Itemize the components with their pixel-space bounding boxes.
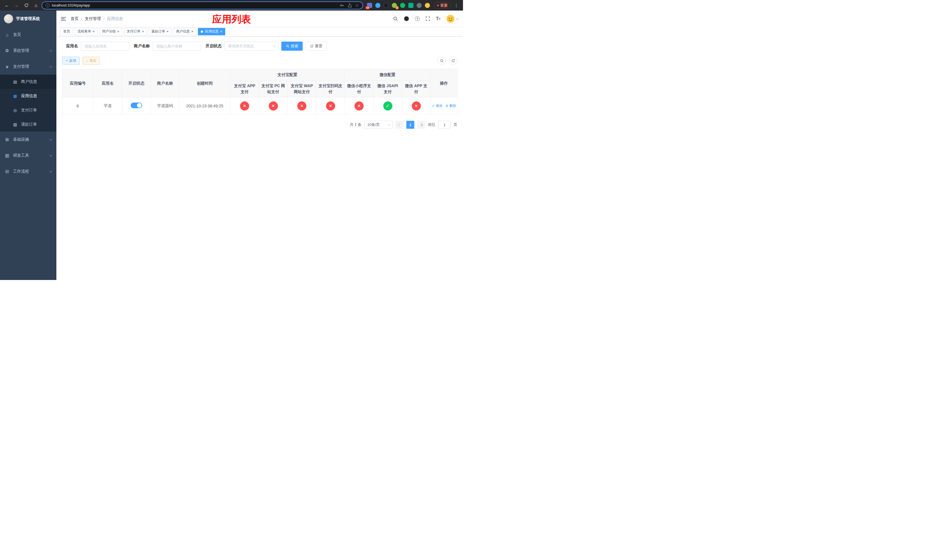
font-small-glyph: T — [439, 18, 440, 21]
browser-menu-button[interactable]: ⋮ — [452, 3, 460, 8]
update-dot-icon — [437, 5, 439, 6]
app-name-input[interactable] — [81, 42, 129, 51]
home-button[interactable]: ⌂ — [32, 2, 40, 9]
tab-label: 退款订单 — [151, 29, 165, 34]
close-icon[interactable]: × — [92, 30, 95, 33]
tab-process-form[interactable]: 流程表单× — [75, 28, 98, 35]
sidebar-item-refund-orders[interactable]: ▧ 退款订单 — [0, 117, 56, 132]
extension-icon-4[interactable]: 1 — [392, 3, 397, 8]
sidebar-item-payment[interactable]: ¥ 支付管理 — [0, 59, 56, 75]
extension-icon-5[interactable] — [400, 3, 405, 8]
bookmark-star-icon[interactable]: ☆ — [356, 3, 359, 8]
extension-icon-8[interactable] — [425, 3, 430, 8]
next-page-button[interactable] — [417, 121, 425, 129]
fullscreen-icon[interactable] — [425, 16, 430, 21]
tab-refund-orders[interactable]: 退款订单× — [149, 28, 172, 35]
close-icon[interactable]: × — [117, 30, 120, 33]
back-button[interactable]: ← — [3, 2, 11, 9]
add-button-label: 新增 — [69, 58, 76, 63]
page-size-select[interactable]: 10条/页 — [364, 121, 393, 129]
status-select[interactable]: 请选择开启状态 — [224, 42, 278, 51]
sidebar-toggle-button[interactable] — [61, 17, 66, 21]
prev-page-button[interactable] — [395, 121, 404, 129]
gear-icon: ⚙ — [5, 48, 10, 53]
table-toolbar: + 新增 ↓ 导出 — [62, 56, 457, 65]
toggle-search-button[interactable] — [437, 56, 446, 65]
app-window: 芋道管理系统 ⌂ 首页 ⚙ 系统管理 ¥ 支付管理 ▤ 商户信息 — [0, 11, 463, 280]
cell-wechat-jsapi: ✓ — [374, 97, 402, 115]
tab-label: 支付订单 — [127, 29, 141, 34]
close-icon[interactable]: × — [166, 30, 169, 33]
edit-button[interactable]: 修改 — [432, 103, 442, 108]
sidebar-item-dev-tools[interactable]: ▥ 研发工具 — [0, 148, 56, 163]
close-icon[interactable]: × — [220, 30, 222, 33]
font-size-icon[interactable]: TT — [436, 17, 440, 21]
close-icon[interactable]: × — [191, 30, 193, 33]
add-button[interactable]: + 新增 — [62, 57, 80, 65]
breadcrumb-home[interactable]: 首页 — [71, 16, 79, 21]
url-bar[interactable]: i localhost:1024/pay/app ☆ — [42, 2, 363, 9]
reload-button[interactable] — [22, 2, 30, 9]
tab-pay-orders[interactable]: 支付订单× — [124, 28, 147, 35]
chevron-down-icon — [50, 138, 52, 141]
tab-app-info[interactable]: 应用信息× — [198, 28, 225, 35]
extension-icon-6[interactable] — [409, 3, 413, 8]
breadcrumb: 首页 / 支付管理 / 应用信息 — [71, 16, 123, 21]
search-button-label: 搜索 — [291, 44, 298, 49]
goto-page-input[interactable] — [438, 121, 451, 129]
export-button[interactable]: ↓ 导出 — [83, 57, 100, 65]
password-key-icon[interactable] — [340, 3, 344, 8]
col-wechat-jsapi: 微信 JSAPI 支付 — [374, 80, 402, 97]
tools-icon: ▥ — [5, 153, 10, 158]
refresh-table-button[interactable] — [449, 56, 457, 65]
sidebar-item-label: 研发工具 — [13, 153, 29, 158]
github-icon[interactable] — [404, 16, 409, 21]
tab-home[interactable]: 首页 — [61, 28, 73, 35]
pagination: 共 1 条 10条/页 1 前往 页 — [62, 121, 457, 129]
sidebar-item-system[interactable]: ⚙ 系统管理 — [0, 43, 56, 59]
breadcrumb-separator: / — [81, 17, 82, 21]
search-icon[interactable] — [393, 16, 398, 21]
user-avatar-menu[interactable] — [446, 15, 458, 23]
help-icon[interactable]: ? — [415, 16, 420, 21]
sidebar-item-label: 退款订单 — [21, 122, 37, 127]
sidebar-item-merchant-info[interactable]: ▤ 商户信息 — [0, 75, 56, 89]
status-off-icon: × — [354, 101, 364, 110]
extension-icon-1[interactable]: 10 — [367, 3, 372, 8]
extension-icon-2[interactable] — [375, 3, 380, 8]
share-icon[interactable] — [348, 3, 352, 8]
url-text[interactable]: localhost:1024/pay/app — [52, 3, 337, 8]
col-status: 开启状态 — [122, 69, 151, 97]
merchant-name-input[interactable] — [153, 42, 201, 51]
extension-badge: 1 — [395, 6, 399, 9]
extension-icon-3[interactable] — [384, 3, 389, 8]
forward-button[interactable]: → — [12, 2, 21, 9]
close-icon[interactable]: × — [142, 30, 144, 33]
sidebar-item-infrastructure[interactable]: ⊞ 基础设施 — [0, 132, 56, 148]
sidebar-item-workflow[interactable]: ⊟ 工作流程 — [0, 163, 56, 179]
extension-icon-7[interactable] — [416, 3, 422, 8]
reset-button[interactable]: 重置 — [306, 42, 327, 51]
status-on-icon: ✓ — [383, 101, 392, 110]
extension-badge: 10 — [365, 6, 370, 9]
tab-merchant-info[interactable]: 商户信息× — [173, 28, 196, 35]
status-toggle[interactable] — [131, 103, 142, 108]
sidebar-item-app-info[interactable]: ▦ 应用信息 — [0, 89, 56, 103]
delete-button[interactable]: 删除 — [445, 103, 456, 108]
site-info-icon[interactable]: i — [45, 3, 50, 8]
app-logo[interactable]: 芋道管理系统 — [0, 11, 56, 27]
page-number-button[interactable]: 1 — [406, 121, 414, 129]
chevron-right-icon — [420, 123, 422, 126]
chevron-down-icon — [273, 44, 276, 47]
col-alipay-app: 支付宝 APP 支付 — [230, 80, 259, 97]
payment-submenu: ▤ 商户信息 ▦ 应用信息 ◎ 支付订单 ▧ 退款订单 — [0, 75, 56, 132]
sidebar-item-label: 系统管理 — [13, 48, 29, 53]
cell-alipay-app: × — [230, 97, 259, 115]
update-button[interactable]: 更新 — [434, 2, 451, 9]
sidebar-item-home[interactable]: ⌂ 首页 — [0, 27, 56, 43]
search-button[interactable]: 搜索 — [281, 42, 303, 51]
toggle-knob — [137, 103, 142, 107]
col-alipay-wap: 支付宝 WAP 网站支付 — [287, 80, 316, 97]
tab-user-group[interactable]: 用户分组× — [99, 28, 123, 35]
sidebar-item-pay-orders[interactable]: ◎ 支付订单 — [0, 103, 56, 117]
